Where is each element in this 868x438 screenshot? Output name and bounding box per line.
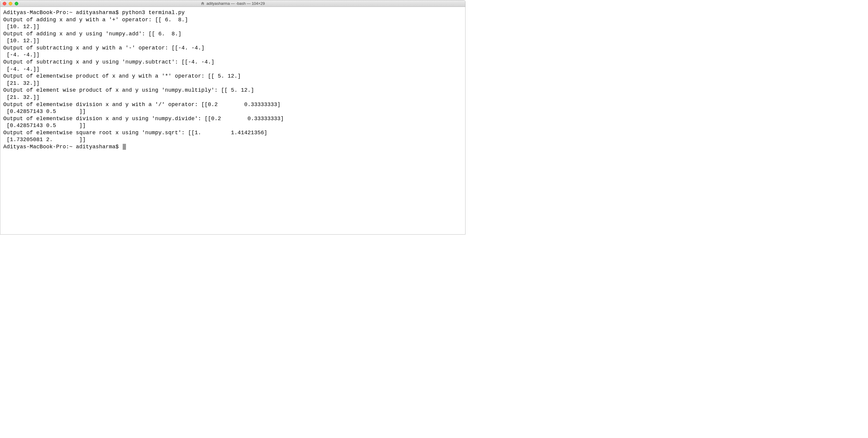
output-line: [21. 32.]]: [3, 94, 39, 100]
output-line: Output of elementwise division x and y u…: [3, 115, 284, 122]
output-line: [-4. -4.]]: [3, 52, 39, 58]
terminal-window: adityasharma — -bash — 104×29 Adityas-Ma…: [0, 0, 465, 235]
titlebar[interactable]: adityasharma — -bash — 104×29: [0, 0, 465, 7]
output-line: [0.42857143 0.5 ]]: [3, 123, 86, 129]
output-line: Output of subtracting x and y using 'num…: [3, 59, 214, 65]
output-line: Output of elementwise division x and y w…: [3, 102, 280, 107]
output-line: Output of element wise product of x and …: [3, 87, 254, 93]
output-line: [10. 12.]]: [3, 24, 39, 30]
minimize-button[interactable]: [9, 2, 12, 5]
output-line: Output of adding x and y with a '+' oper…: [3, 17, 188, 23]
window-title: adityasharma — -bash — 104×29: [200, 1, 265, 6]
output-line: Output of elementwise square root x usin…: [3, 130, 267, 136]
command-line: Adityas-MacBook-Pro:~ adityasharma$ pyth…: [3, 9, 185, 15]
maximize-button[interactable]: [15, 2, 18, 5]
output-line: [0.42857143 0.5 ]]: [3, 108, 86, 114]
home-icon: [200, 1, 205, 5]
output-line: [1.73205081 2. ]]: [3, 137, 86, 143]
output-line: [21. 32.]]: [3, 80, 39, 86]
output-line: [10. 12.]]: [3, 38, 39, 44]
traffic-lights: [3, 2, 18, 5]
output-line: Output of subtracting x and y with a '-'…: [3, 45, 205, 51]
window-title-text: adityasharma — -bash — 104×29: [206, 1, 265, 6]
output-line: Output of adding x and y using 'numpy.ad…: [3, 31, 182, 37]
output-line: [-4. -4.]]: [3, 66, 39, 72]
cursor: [123, 144, 126, 150]
output-line: Output of elementwise product of x and y…: [3, 73, 241, 79]
prompt: Adityas-MacBook-Pro:~ adityasharma$: [3, 144, 122, 150]
close-button[interactable]: [3, 2, 6, 5]
terminal-output[interactable]: Adityas-MacBook-Pro:~ adityasharma$ pyth…: [0, 7, 465, 234]
